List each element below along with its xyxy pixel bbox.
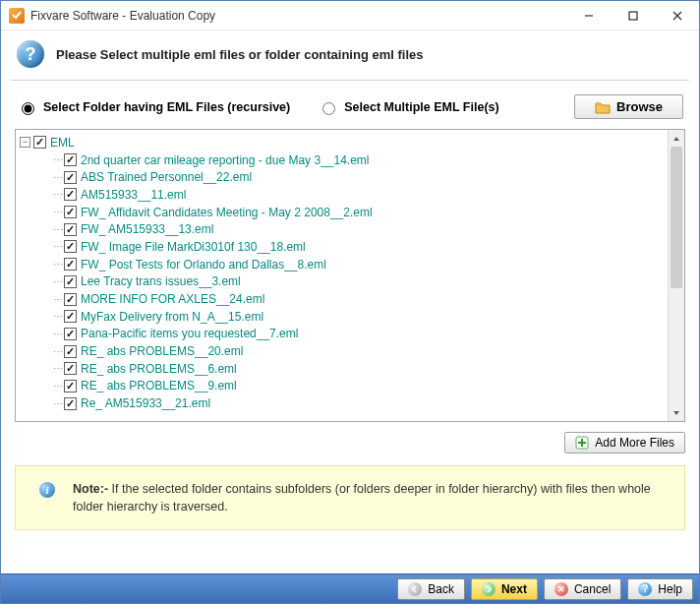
radio-select-files[interactable]: Select Multiple EML File(s) [318, 99, 498, 115]
vertical-scrollbar[interactable] [668, 130, 684, 421]
add-files-row: Add More Files [1, 422, 699, 461]
file-label: FW_ Image File MarkDi3010f 130__18.eml [81, 240, 306, 254]
tree-connector: ⋯ [53, 241, 62, 252]
scroll-track[interactable] [669, 147, 684, 404]
file-label: FW_ AM515933__13.eml [81, 222, 213, 236]
help-label: Help [658, 582, 682, 596]
add-more-files-label: Add More Files [595, 436, 674, 450]
app-window: Fixvare Software - Evaluation Copy ? Ple… [0, 0, 700, 604]
add-icon [575, 436, 589, 450]
radio-files-label: Select Multiple EML File(s) [344, 100, 498, 114]
help-icon: ? [638, 582, 652, 596]
selection-options: Select Folder having EML Files (recursiv… [1, 81, 699, 129]
back-arrow-icon [408, 582, 422, 596]
checkbox[interactable] [64, 345, 77, 358]
info-icon: i [39, 482, 55, 498]
tree-file-node[interactable]: ⋯AM515933__11.eml [53, 186, 668, 204]
add-more-files-button[interactable]: Add More Files [564, 432, 685, 453]
tree-connector: ⋯ [53, 329, 62, 339]
title-bar: Fixvare Software - Evaluation Copy [1, 1, 699, 30]
scroll-thumb[interactable] [671, 147, 682, 288]
checkbox[interactable] [64, 328, 77, 340]
radio-folder-input[interactable] [22, 102, 34, 115]
instruction-text: Please Select multiple eml files or fold… [56, 47, 424, 62]
wizard-footer: Back Next ✕ Cancel ? Help [1, 574, 699, 603]
checkbox[interactable] [64, 171, 77, 184]
checkbox[interactable] [64, 240, 77, 253]
help-button[interactable]: ? Help [627, 578, 693, 600]
radio-select-folder[interactable]: Select Folder having EML Files (recursiv… [17, 99, 290, 115]
tree-root-node[interactable]: − EML [20, 134, 668, 151]
back-label: Back [428, 582, 454, 596]
file-label: RE_ abs PROBLEMS__9.eml [81, 379, 237, 393]
file-label: 2nd quarter car mileage reporting - due … [81, 153, 370, 167]
close-button[interactable] [655, 1, 699, 30]
radio-folder-label: Select Folder having EML Files (recursiv… [43, 100, 290, 114]
tree-file-node[interactable]: ⋯RE_ abs PROBLEMS__20.eml [53, 342, 668, 360]
minimize-button[interactable] [566, 1, 611, 30]
cancel-label: Cancel [574, 582, 611, 596]
tree-connector: ⋯ [53, 276, 62, 287]
file-label: FW_ Affidavit Candidates Meeting - May 2… [81, 206, 373, 219]
tree-connector: ⋯ [53, 346, 62, 357]
tree-file-node[interactable]: ⋯RE_ abs PROBLEMS__6.eml [53, 360, 668, 378]
tree-connector: ⋯ [53, 398, 62, 409]
file-tree-panel: − EML ⋯2nd quarter car mileage reporting… [15, 129, 685, 422]
tree-connector: ⋯ [53, 172, 62, 183]
checkbox[interactable] [64, 310, 77, 323]
tree-file-node[interactable]: ⋯FW_ Affidavit Candidates Meeting - May … [53, 204, 668, 221]
question-icon: ? [17, 40, 44, 68]
cancel-icon: ✕ [554, 582, 568, 596]
checkbox[interactable] [64, 188, 77, 201]
checkbox[interactable] [64, 293, 77, 306]
tree-connector: ⋯ [53, 294, 62, 305]
radio-files-input[interactable] [322, 102, 335, 115]
tree-file-node[interactable]: ⋯FW_ AM515933__13.eml [53, 220, 668, 238]
checkbox[interactable] [64, 206, 77, 218]
folder-icon [595, 100, 611, 114]
cancel-button[interactable]: ✕ Cancel [544, 578, 621, 600]
checkbox[interactable] [64, 223, 77, 236]
tree-file-node[interactable]: ⋯FW_ Image File MarkDi3010f 130__18.eml [53, 238, 668, 256]
file-label: AM515933__11.eml [81, 188, 186, 202]
checkbox[interactable] [64, 275, 77, 288]
tree-connector: ⋯ [53, 207, 62, 217]
tree-file-node[interactable]: ⋯2nd quarter car mileage reporting - due… [53, 151, 668, 169]
checkbox[interactable] [64, 380, 77, 393]
tree-connector: ⋯ [53, 259, 62, 270]
checkbox[interactable] [64, 258, 77, 271]
file-label: RE_ abs PROBLEMS__6.eml [81, 362, 237, 376]
checkbox[interactable] [64, 153, 77, 166]
checkbox[interactable] [64, 397, 77, 410]
checkbox[interactable] [64, 362, 77, 375]
tree-file-node[interactable]: ⋯FW_ Post Tests for Orlando and Dallas__… [53, 256, 668, 273]
tree-connector: ⋯ [53, 189, 62, 200]
tree-connector: ⋯ [53, 154, 62, 165]
tree-file-node[interactable]: ⋯Re_ AM515933__21.eml [53, 394, 668, 412]
tree-file-node[interactable]: ⋯Lee Tracy trans issues__3.eml [53, 273, 668, 291]
app-icon [9, 8, 25, 24]
tree-file-node[interactable]: ⋯Pana-Pacific items you requested__7.eml [53, 326, 668, 343]
browse-button[interactable]: Browse [574, 94, 683, 119]
collapse-icon[interactable]: − [20, 137, 30, 148]
tree-file-node[interactable]: ⋯MyFax Delivery from N_A__15.eml [53, 308, 668, 326]
browse-label: Browse [616, 99, 663, 114]
next-arrow-icon [482, 582, 496, 596]
note-box: i Note:- If the selected folder contains… [15, 465, 685, 530]
scroll-down-icon[interactable] [669, 404, 684, 421]
checkbox[interactable] [33, 136, 46, 149]
file-tree[interactable]: − EML ⋯2nd quarter car mileage reporting… [16, 130, 668, 421]
tree-file-node[interactable]: ⋯MORE INFO FOR AXLES__24.eml [53, 290, 668, 308]
window-title: Fixvare Software - Evaluation Copy [30, 9, 566, 23]
maximize-button[interactable] [611, 1, 655, 30]
tree-root-label: EML [50, 136, 75, 150]
next-button[interactable]: Next [471, 578, 538, 600]
instruction-row: ? Please Select multiple eml files or fo… [1, 30, 699, 74]
file-label: Re_ AM515933__21.eml [81, 396, 210, 410]
back-button[interactable]: Back [397, 578, 465, 600]
tree-file-node[interactable]: ⋯ABS Trained Personnel__22.eml [53, 168, 668, 186]
file-label: MORE INFO FOR AXLES__24.eml [81, 292, 264, 306]
tree-file-node[interactable]: ⋯RE_ abs PROBLEMS__9.eml [53, 378, 668, 395]
scroll-up-icon[interactable] [669, 130, 684, 147]
tree-connector: ⋯ [53, 311, 62, 322]
